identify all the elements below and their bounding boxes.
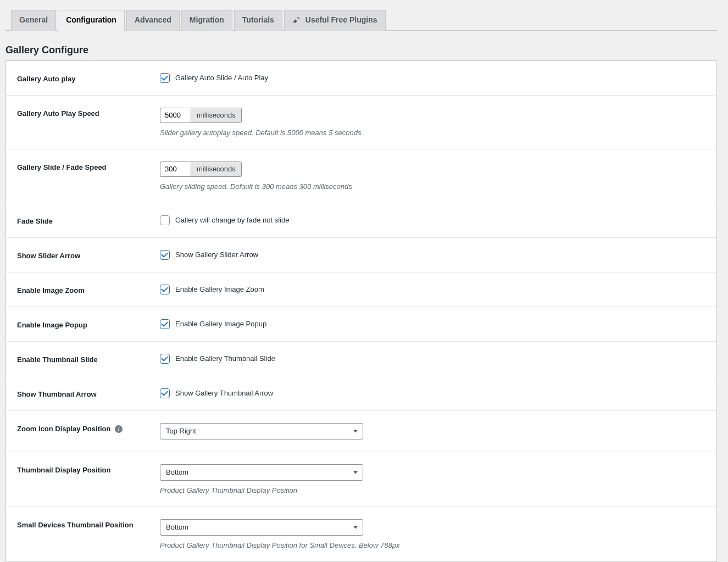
tab-tutorials[interactable]: Tutorials [234, 10, 282, 31]
desc-autoplay-speed: Slider gallery autoplay speed. Default i… [160, 129, 705, 137]
desc-small-thumb-pos: Product Gallery Thumbnail Display Positi… [160, 541, 705, 549]
row-thumb-arrow: Show Thumbnail Arrow Show Gallery Thumbn… [6, 376, 716, 411]
checkbox-thumb-arrow[interactable] [160, 388, 170, 398]
checkbox-label-autoplay: Gallery Auto Slide / Auto Play [175, 74, 268, 82]
checkbox-image-zoom[interactable] [160, 285, 170, 294]
plug-icon [292, 15, 301, 24]
row-slide-speed: Gallery Slide / Fade Speed milliseconds … [6, 149, 716, 203]
label-fade-slide: Fade Slide [17, 215, 160, 225]
label-thumb-slide: Enable Thumbnail Slide [17, 354, 160, 364]
row-thumb-pos: Thumbnail Display Position Bottom Produc… [6, 452, 716, 507]
checkbox-label-image-zoom: Enable Gallery Image Zoom [175, 285, 264, 293]
select-small-thumb-pos[interactable]: Bottom [160, 519, 363, 536]
checkbox-autoplay[interactable] [160, 73, 170, 83]
tab-useful-free-plugins-label: Useful Free Plugins [305, 15, 377, 24]
tab-useful-free-plugins[interactable]: Useful Free Plugins [284, 10, 386, 31]
checkbox-slider-arrow[interactable] [160, 250, 170, 260]
row-autoplay-speed: Gallery Auto Play Speed milliseconds Sli… [6, 96, 716, 149]
row-thumb-slide: Enable Thumbnail Slide Enable Gallery Th… [6, 342, 716, 376]
label-slider-arrow: Show Slider Arrow [17, 250, 160, 260]
checkbox-label-image-popup: Enable Gallery Image Popup [175, 320, 266, 328]
checkbox-label-fade-slide: Gallery will change by fade not slide [175, 216, 289, 224]
tab-migration[interactable]: Migration [181, 10, 232, 31]
gallery-configure-panel: Gallery Auto play Gallery Auto Slide / A… [5, 60, 717, 562]
tab-configuration[interactable]: Configuration [58, 10, 125, 31]
info-icon[interactable]: i [115, 425, 123, 433]
input-slide-speed[interactable] [160, 162, 191, 177]
label-image-zoom: Enable Image Zoom [17, 285, 160, 294]
checkbox-image-popup[interactable] [160, 319, 170, 329]
checkbox-label-slider-arrow: Show Gallery Slider Arrow [175, 251, 258, 259]
label-image-popup: Enable Image Popup [17, 319, 160, 329]
row-image-popup: Enable Image Popup Enable Gallery Image … [6, 307, 716, 342]
row-image-zoom: Enable Image Zoom Enable Gallery Image Z… [6, 272, 716, 307]
row-autoplay: Gallery Auto play Gallery Auto Slide / A… [6, 61, 716, 96]
addon-autoplay-speed-unit: milliseconds [191, 108, 242, 123]
settings-tabs: General Configuration Advanced Migration… [5, 5, 717, 31]
tab-general[interactable]: General [11, 10, 56, 31]
label-small-thumb-pos: Small Devices Thumbnail Position [17, 519, 160, 529]
checkbox-fade-slide[interactable] [160, 215, 170, 225]
label-autoplay: Gallery Auto play [17, 73, 160, 83]
section-title: Gallery Configure [5, 44, 717, 56]
row-slider-arrow: Show Slider Arrow Show Gallery Slider Ar… [6, 238, 716, 272]
label-zoom-icon-pos: Zoom Icon Display Position i [17, 423, 160, 433]
row-fade-slide: Fade Slide Gallery will change by fade n… [6, 203, 716, 238]
addon-slide-speed-unit: milliseconds [191, 162, 242, 177]
desc-slide-speed: Gallery sliding speed. Default is 300 me… [160, 182, 705, 191]
label-autoplay-speed: Gallery Auto Play Speed [17, 108, 160, 118]
checkbox-thumb-slide[interactable] [160, 354, 170, 364]
label-thumb-arrow: Show Thumbnail Arrow [17, 388, 160, 398]
row-small-thumb-pos: Small Devices Thumbnail Position Bottom … [6, 507, 716, 561]
input-autoplay-speed[interactable] [160, 108, 191, 123]
tab-advanced[interactable]: Advanced [126, 10, 180, 31]
checkbox-label-thumb-slide: Enable Gallery Thumbnail Slide [175, 354, 275, 363]
desc-thumb-pos: Product Gallery Thumbnail Display Positi… [160, 486, 705, 494]
select-thumb-pos[interactable]: Bottom [160, 464, 363, 481]
label-thumb-pos: Thumbnail Display Position [17, 464, 160, 474]
label-zoom-icon-pos-text: Zoom Icon Display Position [17, 425, 110, 433]
select-zoom-icon-pos[interactable]: Top Right [160, 423, 363, 439]
checkbox-label-thumb-arrow: Show Gallery Thumbnail Arrow [175, 389, 273, 397]
label-slide-speed: Gallery Slide / Fade Speed [17, 162, 160, 171]
row-zoom-icon-pos: Zoom Icon Display Position i Top Right [6, 411, 716, 452]
